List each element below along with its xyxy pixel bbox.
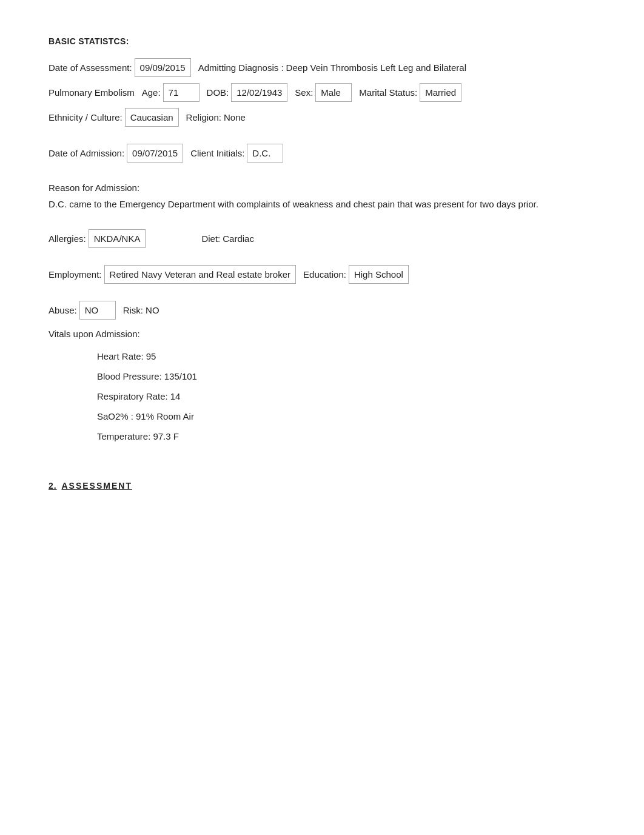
- date-of-admission-value: 09/07/2015: [127, 144, 183, 163]
- admitting-diagnosis-label: Admitting Diagnosis :: [198, 59, 284, 76]
- education-label: Education:: [303, 266, 346, 283]
- allergies-label: Allergies:: [49, 230, 86, 247]
- religion-value: None: [224, 109, 246, 126]
- assessment-row-1: Date of Assessment: 09/09/2015 Admitting…: [49, 58, 595, 77]
- religion-label: Religion:: [186, 109, 221, 126]
- employment-value: Retired Navy Veteran and Real estate bro…: [104, 265, 297, 284]
- assessment-number: 2.: [49, 481, 57, 491]
- abuse-label: Abuse:: [49, 302, 77, 318]
- reason-text: D.C. came to the Emergency Department wi…: [49, 196, 538, 212]
- employment-block: Employment: Retired Navy Veteran and Rea…: [49, 265, 595, 284]
- pulmonary-embolism-text: Pulmonary Embolism: [49, 84, 135, 101]
- admission-row: Date of Admission: 09/07/2015 Client Ini…: [49, 144, 595, 163]
- education-value: High School: [349, 265, 409, 284]
- client-initials-value: D.C.: [247, 144, 283, 163]
- client-initials-label: Client Initials:: [190, 145, 244, 161]
- diet-value: Cardiac: [223, 230, 254, 247]
- abuse-risk-row: Abuse: NO Risk: NO: [49, 301, 595, 320]
- blood-pressure-value: 135/101: [164, 368, 197, 384]
- assessment-title: ASSESSMENT: [61, 481, 132, 491]
- diet-label: Diet:: [201, 230, 220, 247]
- abuse-value: NO: [79, 301, 116, 320]
- date-of-assessment-value: 09/09/2015: [135, 58, 191, 77]
- sex-value: Male: [315, 83, 352, 102]
- assessment-row-3: Ethnicity / Culture: Caucasian Religion:…: [49, 108, 595, 127]
- admission-block: Date of Admission: 09/07/2015 Client Ini…: [49, 144, 595, 163]
- assessment-row-2: Pulmonary Embolism Age: 71 DOB: 12/02/19…: [49, 83, 595, 102]
- admitting-diagnosis-value: Deep Vein Thrombosis Left Leg and Bilate…: [286, 59, 466, 76]
- ethnicity-label: Ethnicity / Culture:: [49, 109, 122, 126]
- reason-block: Reason for Admission: D.C. came to the E…: [49, 179, 595, 212]
- age-label: Age:: [142, 84, 161, 101]
- section-title: BASIC STATISTCS:: [49, 36, 595, 46]
- basic-statistics-section: BASIC STATISTCS: Date of Assessment: 09/…: [49, 36, 595, 127]
- risk-value: NO: [146, 302, 159, 318]
- marital-status-label: Marital Status:: [359, 84, 417, 101]
- allergies-block: Allergies: NKDA/NKA Diet: Cardiac: [49, 229, 595, 248]
- heart-rate-row: Heart Rate: 95: [97, 348, 595, 364]
- date-of-assessment-label: Date of Assessment:: [49, 59, 132, 76]
- temperature-row: Temperature: 97.3 F: [97, 428, 595, 444]
- sao2-value: 91% Room Air: [136, 408, 194, 424]
- heart-rate-value: 95: [146, 348, 156, 364]
- employment-label: Employment:: [49, 266, 102, 283]
- marital-status-value: Married: [420, 83, 461, 102]
- blood-pressure-row: Blood Pressure: 135/101: [97, 368, 595, 384]
- vitals-section: Heart Rate: 95 Blood Pressure: 135/101 R…: [97, 348, 595, 444]
- vitals-label-row: Vitals upon Admission:: [49, 326, 595, 342]
- abuse-risk-block: Abuse: NO Risk: NO Vitals upon Admission…: [49, 301, 595, 444]
- assessment-section: 2. ASSESSMENT: [49, 481, 595, 491]
- sao2-row: SaO2% : 91% Room Air: [97, 408, 595, 424]
- temperature-value: 97.3 F: [153, 428, 179, 444]
- reason-label: Reason for Admission:: [49, 179, 139, 196]
- blood-pressure-label: Blood Pressure:: [97, 368, 162, 384]
- allergies-value: NKDA/NKA: [89, 229, 146, 248]
- temperature-label: Temperature:: [97, 428, 150, 444]
- respiratory-rate-row: Respiratory Rate: 14: [97, 388, 595, 404]
- age-value: 71: [163, 83, 200, 102]
- risk-label: Risk:: [123, 302, 143, 318]
- sex-label: Sex:: [295, 84, 313, 101]
- sao2-label: SaO2% :: [97, 408, 133, 424]
- dob-label: DOB:: [207, 84, 229, 101]
- ethnicity-value: Caucasian: [125, 108, 179, 127]
- employment-row: Employment: Retired Navy Veteran and Rea…: [49, 265, 595, 284]
- vitals-label: Vitals upon Admission:: [49, 326, 140, 342]
- allergies-row: Allergies: NKDA/NKA Diet: Cardiac: [49, 229, 595, 248]
- respiratory-rate-value: 14: [170, 388, 181, 404]
- date-of-admission-label: Date of Admission:: [49, 145, 124, 161]
- heart-rate-label: Heart Rate:: [97, 348, 144, 364]
- respiratory-rate-label: Respiratory Rate:: [97, 388, 168, 404]
- reason-row: Reason for Admission: D.C. came to the E…: [49, 179, 595, 212]
- dob-value: 12/02/1943: [231, 83, 287, 102]
